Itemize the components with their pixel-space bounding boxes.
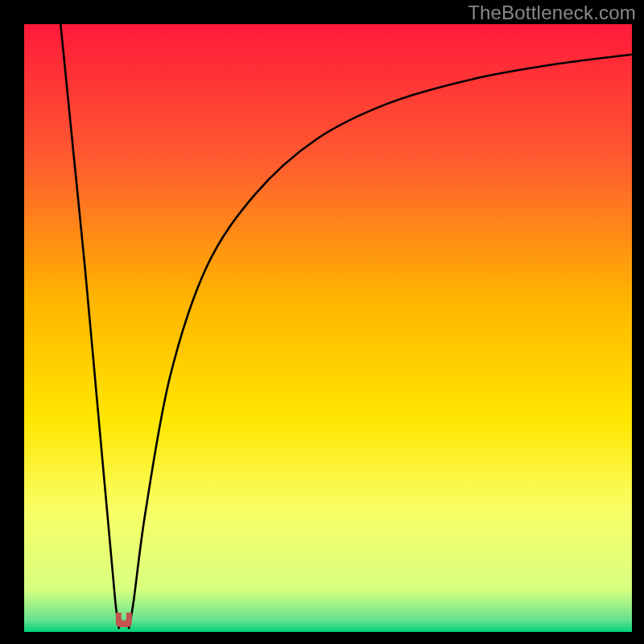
watermark-label: TheBottleneck.com [468, 2, 636, 24]
chart-frame: TheBottleneck.com [0, 0, 644, 644]
plot-area [24, 24, 632, 632]
gradient-background [24, 24, 632, 632]
bottleneck-chart [24, 24, 632, 632]
